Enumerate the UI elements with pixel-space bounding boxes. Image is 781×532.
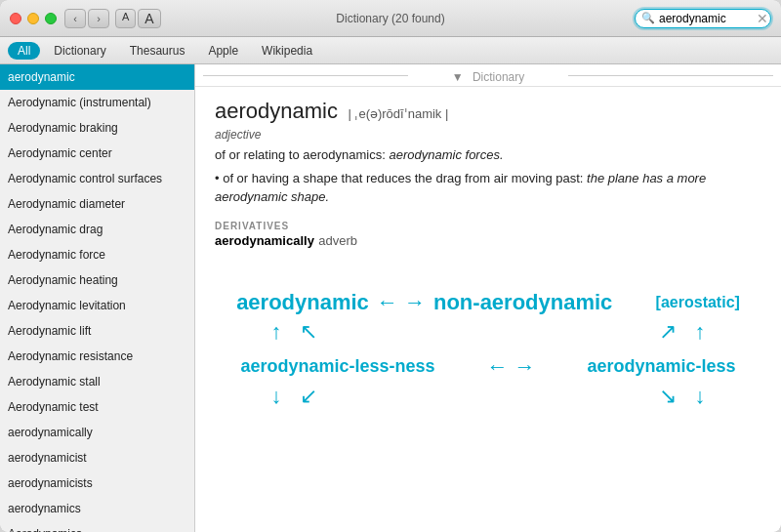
sidebar-item[interactable]: aerodynamicists bbox=[0, 471, 194, 496]
font-small-button[interactable]: A bbox=[115, 9, 136, 28]
nav-buttons: ‹ › bbox=[64, 9, 109, 28]
search-box: 🔍 ✕ bbox=[635, 9, 771, 28]
sidebar-item[interactable]: Aerodynamic braking bbox=[0, 115, 194, 141]
wordmap-row1: aerodynamic ← → non-aerodynamic [aerosta… bbox=[215, 290, 761, 315]
font-buttons: A A bbox=[115, 9, 161, 28]
triangle-icon: ▼ bbox=[452, 70, 464, 84]
back-button[interactable]: ‹ bbox=[64, 9, 86, 28]
wordmap-tag: [aerostatic] bbox=[656, 294, 740, 311]
sidebar-item[interactable]: Aerodynamic stall bbox=[0, 369, 194, 394]
def1-italic: aerodynamic forces. bbox=[389, 147, 503, 162]
sidebar-item[interactable]: Aerodynamic center bbox=[0, 141, 194, 166]
sidebar-item[interactable]: aerodynamically bbox=[0, 420, 194, 445]
wordmap-main-word: aerodynamic bbox=[236, 290, 369, 315]
sidebar-item[interactable]: Aerodynamic (instrumental) bbox=[0, 90, 194, 115]
entry-header: aerodynamic | ˌe(ə)rōdīˈnamik | bbox=[215, 99, 761, 124]
wordmap-bottom-left: aerodynamic-less-ness bbox=[240, 356, 434, 377]
search-clear-button[interactable]: ✕ bbox=[757, 12, 768, 25]
tab-dictionary[interactable]: Dictionary bbox=[44, 42, 115, 60]
close-button[interactable] bbox=[10, 13, 21, 24]
sidebar-item[interactable]: Aerodynamics bbox=[0, 521, 194, 532]
dict-body: aerodynamic | ˌe(ə)rōdīˈnamik | adjectiv… bbox=[195, 87, 781, 261]
derivatives-section: DERIVATIVES aerodynamically adverb bbox=[215, 221, 761, 249]
entry-pos: adjective bbox=[215, 128, 761, 142]
sidebar-item[interactable]: Aerodynamic resistance bbox=[0, 344, 194, 369]
wordmap-connector-arrows: ← → bbox=[377, 290, 426, 315]
app-window: ‹ › A A Dictionary (20 found) 🔍 ✕ All Di… bbox=[0, 0, 781, 532]
sidebar-item[interactable]: Aerodynamic lift bbox=[0, 318, 194, 344]
tab-all[interactable]: All bbox=[8, 42, 40, 60]
sidebar-item[interactable]: aerodynamic bbox=[0, 64, 194, 90]
sidebar-item[interactable]: Aerodynamic drag bbox=[0, 217, 194, 242]
main-content: aerodynamicAerodynamic (instrumental)Aer… bbox=[0, 64, 781, 532]
entry-pronunciation: | ˌe(ə)rōdīˈnamik | bbox=[348, 106, 448, 121]
wordmap-left-group: aerodynamic ← → non-aerodynamic bbox=[236, 290, 612, 315]
def2-italic: the plane has a more aerodynamic shape. bbox=[215, 171, 706, 205]
window-title: Dictionary (20 found) bbox=[336, 12, 444, 25]
sidebar-item[interactable]: Aerodynamic test bbox=[0, 394, 194, 420]
search-input[interactable] bbox=[659, 12, 757, 25]
wordmap-down-arrows-left: ↓ ↙ bbox=[271, 384, 317, 409]
derivative-pos: adverb bbox=[318, 233, 357, 248]
dict-section-header: ▼ Dictionary bbox=[195, 64, 781, 87]
sidebar-item[interactable]: Aerodynamic force bbox=[0, 242, 194, 267]
sidebar-item[interactable]: Aerodynamic heating bbox=[0, 267, 194, 293]
sidebar-item[interactable]: Aerodynamic control surfaces bbox=[0, 166, 194, 191]
derivatives-label: DERIVATIVES bbox=[215, 221, 761, 231]
sidebar[interactable]: aerodynamicAerodynamic (instrumental)Aer… bbox=[0, 64, 195, 532]
tab-wikipedia[interactable]: Wikipedia bbox=[252, 42, 322, 60]
dictionary-pane[interactable]: ▼ Dictionary aerodynamic | ˌe(ə)rōdīˈnam… bbox=[195, 64, 781, 532]
font-large-button[interactable]: A bbox=[138, 9, 160, 28]
wordmap-row2: ↑ ↖ ↗ ↑ bbox=[215, 315, 761, 345]
wordmap-row3: aerodynamic-less-ness ← → aerodynamic-le… bbox=[215, 354, 761, 380]
entry-definition-1: of or relating to aerodynamics: aerodyna… bbox=[215, 145, 761, 165]
wordmap-down-arrows-row: ↓ ↙ ↘ ↓ bbox=[215, 384, 761, 409]
wordmap-up-arrows-left: ↑ ↖ bbox=[271, 319, 317, 345]
sidebar-item[interactable]: Aerodynamic levitation bbox=[0, 293, 194, 318]
search-icon: 🔍 bbox=[641, 12, 655, 24]
word-map: aerodynamic ← → non-aerodynamic [aerosta… bbox=[195, 261, 781, 429]
wordmap-non-word: non-aerodynamic bbox=[433, 290, 612, 315]
derivative-word: aerodynamically bbox=[215, 233, 314, 248]
tab-apple[interactable]: Apple bbox=[198, 42, 248, 60]
maximize-button[interactable] bbox=[45, 13, 57, 24]
wordmap-up-arrows-right: ↗ ↑ bbox=[659, 319, 705, 345]
entry-definition-2: • of or having a shape that reduces the … bbox=[215, 169, 761, 207]
forward-button[interactable]: › bbox=[88, 9, 109, 28]
entry-word: aerodynamic bbox=[215, 99, 338, 123]
tab-thesaurus[interactable]: Thesaurus bbox=[120, 42, 195, 60]
minimize-button[interactable] bbox=[27, 13, 39, 24]
wordmap-bottom-connector: ← → bbox=[486, 354, 535, 380]
sidebar-item[interactable]: aerodynamics bbox=[0, 496, 194, 521]
toolbar: All Dictionary Thesaurus Apple Wikipedia bbox=[0, 37, 781, 64]
traffic-lights bbox=[10, 13, 57, 24]
titlebar: ‹ › A A Dictionary (20 found) 🔍 ✕ bbox=[0, 0, 781, 37]
dict-header-label: Dictionary bbox=[473, 70, 524, 84]
sidebar-item[interactable]: Aerodynamic diameter bbox=[0, 191, 194, 217]
wordmap-bottom-right: aerodynamic-less bbox=[587, 356, 735, 377]
wordmap-down-arrows-right: ↘ ↓ bbox=[659, 384, 705, 409]
sidebar-item[interactable]: aerodynamicist bbox=[0, 445, 194, 471]
